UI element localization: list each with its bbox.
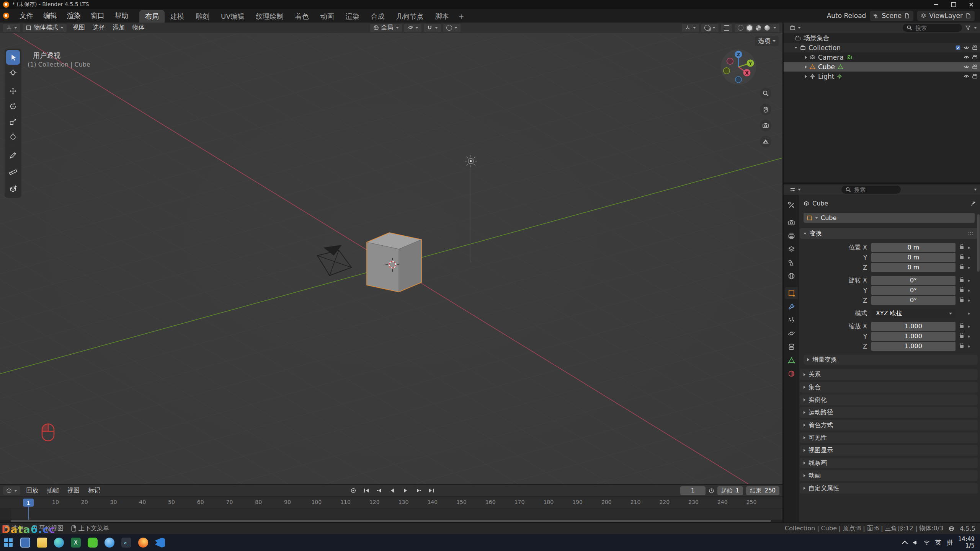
viewport-menu-item[interactable]: 物体 <box>129 24 149 32</box>
ime-mode-indicator[interactable]: 拼 <box>947 539 953 547</box>
lock-icon[interactable] <box>960 246 964 249</box>
taskbar-icon-vscode[interactable] <box>152 534 168 551</box>
rendered-shading-button[interactable] <box>764 25 770 31</box>
lock-icon[interactable] <box>960 289 964 292</box>
render-visibility-icon[interactable] <box>972 45 978 51</box>
hide-eye-icon[interactable] <box>964 73 969 79</box>
navigation-gizmo[interactable]: Z Y X <box>719 48 758 86</box>
properties-type-button[interactable] <box>787 186 804 194</box>
tab-object-data[interactable] <box>785 354 798 366</box>
taskbar-icon-wechat[interactable] <box>84 534 101 551</box>
properties-search[interactable] <box>841 186 901 194</box>
menu-item[interactable]: 渲染 <box>62 9 86 22</box>
collapsed-panel[interactable]: 视图显示 <box>800 445 978 456</box>
pin-icon[interactable] <box>970 201 976 206</box>
start-button[interactable] <box>0 534 17 551</box>
collapsed-panel[interactable]: 动画 <box>800 470 978 481</box>
blender-menu-icon[interactable] <box>3 13 9 19</box>
outliner-row-light[interactable]: Light <box>784 72 980 81</box>
auto-keying-toggle[interactable] <box>348 486 359 495</box>
delta-transform-panel[interactable]: 增量变换 <box>804 355 978 365</box>
render-visibility-icon[interactable] <box>972 73 978 79</box>
animate-dot-icon[interactable] <box>968 313 970 315</box>
menu-item[interactable]: 帮助 <box>109 9 133 22</box>
transform-tool[interactable] <box>6 130 20 144</box>
tab-constraints[interactable] <box>785 341 798 353</box>
transform-row-field[interactable]: 0° <box>871 276 956 285</box>
timeline-scrollbar[interactable] <box>0 520 782 522</box>
transform-row-field[interactable]: XYZ 欧拉 <box>871 309 956 318</box>
collapsed-panel[interactable]: 着色方式 <box>800 420 978 430</box>
solid-shading-button[interactable] <box>747 25 752 31</box>
workspace-tab[interactable]: + <box>455 10 468 23</box>
animate-dot-icon[interactable] <box>968 267 970 269</box>
lock-icon[interactable] <box>960 345 964 348</box>
collapse-icon[interactable] <box>805 56 807 59</box>
collapsed-panel[interactable]: 线条画 <box>800 458 978 468</box>
material-shading-button[interactable] <box>756 25 761 31</box>
timeline-menu-item[interactable]: 标记 <box>84 487 105 495</box>
cursor-tool[interactable] <box>6 65 20 80</box>
animate-dot-icon[interactable] <box>968 247 970 249</box>
pivot-point-button[interactable] <box>404 24 421 32</box>
collapsed-panel[interactable]: 实例化 <box>800 395 978 405</box>
tab-particles[interactable] <box>785 314 798 326</box>
minimize-button[interactable] <box>927 0 945 9</box>
current-frame-field[interactable]: 1 <box>680 486 706 495</box>
properties-search-input[interactable] <box>853 186 897 194</box>
outliner-type-button[interactable] <box>787 24 804 32</box>
viewport-menu-item[interactable]: 视图 <box>69 24 89 32</box>
object-name-field[interactable]: Cube <box>804 213 975 223</box>
animate-dot-icon[interactable] <box>968 336 970 337</box>
lock-icon[interactable] <box>960 256 964 259</box>
camera-view-button[interactable] <box>760 120 771 131</box>
workspace-tab[interactable]: 建模 <box>165 10 190 23</box>
preview-range-icon[interactable] <box>709 488 714 494</box>
transform-row-field[interactable]: 1.000 <box>871 342 956 351</box>
outliner-row-collection[interactable]: Collection <box>784 43 980 52</box>
tab-modifiers[interactable] <box>785 300 798 313</box>
workspace-tab[interactable]: 纹理绘制 <box>250 10 289 23</box>
hide-eye-icon[interactable] <box>964 64 969 70</box>
outliner-search[interactable] <box>903 24 962 32</box>
play-reverse-button[interactable] <box>387 486 398 495</box>
animate-dot-icon[interactable] <box>968 257 970 259</box>
frame-start-field[interactable]: 起始 1 <box>717 486 743 495</box>
tab-render[interactable] <box>785 216 798 228</box>
checkbox-icon[interactable] <box>955 45 961 51</box>
light-object[interactable] <box>465 155 477 167</box>
outliner-row-scene-collection[interactable]: 场景集合 <box>784 33 980 43</box>
taskbar-icon-terminal[interactable]: >_ <box>118 534 135 551</box>
collapsed-panel[interactable]: 运动路径 <box>800 407 978 418</box>
taskbar-icon-edge[interactable] <box>51 534 67 551</box>
lock-icon[interactable] <box>960 299 964 302</box>
render-visibility-icon[interactable] <box>972 64 978 70</box>
transform-row-field[interactable]: 1.000 <box>871 332 956 341</box>
prev-keyframe-button[interactable] <box>374 486 385 495</box>
animate-dot-icon[interactable] <box>968 300 970 302</box>
collapsed-panel[interactable]: 可见性 <box>800 432 978 443</box>
proportional-edit-button[interactable] <box>443 24 461 32</box>
tab-scene[interactable] <box>785 256 798 269</box>
collapse-icon[interactable] <box>805 65 807 68</box>
timeline-channels[interactable] <box>0 509 782 520</box>
timeline-menu-item[interactable]: 视图 <box>63 487 84 495</box>
network-icon[interactable] <box>924 540 930 546</box>
lock-icon[interactable] <box>960 335 964 338</box>
workspace-tab[interactable]: 动画 <box>315 10 340 23</box>
tab-view-layer[interactable] <box>785 243 798 255</box>
lock-icon[interactable] <box>960 279 964 282</box>
jump-to-end-button[interactable] <box>426 486 437 495</box>
collapsed-panel[interactable]: 自定义属性 <box>800 483 978 494</box>
transform-row-field[interactable]: 0 m <box>871 243 956 252</box>
scale-tool[interactable] <box>6 114 20 129</box>
transform-row-field[interactable]: 0 m <box>871 263 956 272</box>
render-visibility-icon[interactable] <box>972 54 978 60</box>
viewport-options-button[interactable]: 选项 <box>755 36 779 46</box>
menu-item[interactable]: 窗口 <box>86 9 109 22</box>
viewport-menu-item[interactable]: 选择 <box>89 24 109 32</box>
collapsed-panel[interactable]: 关系 <box>800 369 978 380</box>
filter-icon[interactable] <box>965 25 971 31</box>
workspace-tab[interactable]: 几何节点 <box>390 10 430 23</box>
pan-button[interactable] <box>760 104 771 115</box>
